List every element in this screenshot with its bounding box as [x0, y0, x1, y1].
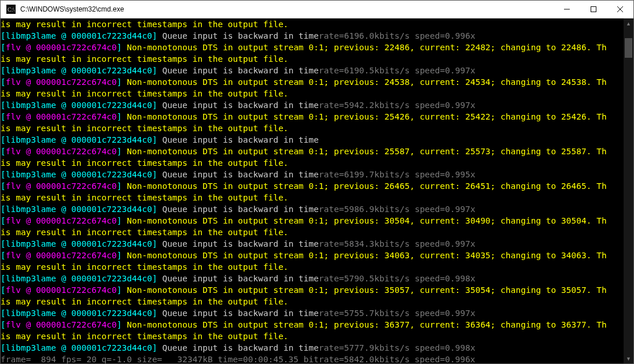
log-line: [flv @ 000001c722c674c0] Non-monotonous … [1, 250, 624, 261]
svg-rect-3 [591, 7, 596, 12]
log-line: [libmp3lame @ 000001c7223d44c0] Queue in… [1, 65, 624, 76]
log-line: [flv @ 000001c722c674c0] Non-monotonous … [1, 284, 624, 296]
scroll-track[interactable] [624, 28, 633, 354]
log-line: is may result in incorrect timestamps in… [1, 296, 624, 307]
scrollbar[interactable]: ▲ ▼ [624, 18, 633, 363]
log-line: is may result in incorrect timestamps in… [1, 192, 624, 203]
log-line: [libmp3lame @ 000001c7223d44c0] Queue in… [1, 203, 624, 215]
log-line: [libmp3lame @ 000001c7223d44c0] Queue in… [1, 342, 624, 354]
status-line: frame= 894 fps= 20 q=-1.0 size= 32347kB … [1, 354, 624, 363]
terminal-output[interactable]: is may result in incorrect timestamps in… [1, 18, 624, 363]
scroll-thumb[interactable] [625, 38, 632, 58]
log-line: [flv @ 000001c722c674c0] Non-monotonous … [1, 319, 624, 330]
log-line: [flv @ 000001c722c674c0] Non-monotonous … [1, 215, 624, 226]
cmd-icon: C:\ [5, 3, 17, 15]
client-area: is may result in incorrect timestamps in… [1, 18, 633, 363]
log-line: [libmp3lame @ 000001c7223d44c0] Queue in… [1, 169, 624, 180]
titlebar[interactable]: C:\ C:\WINDOWS\system32\cmd.exe [1, 1, 633, 18]
log-line: is may result in incorrect timestamps in… [1, 53, 624, 65]
close-button[interactable] [607, 1, 633, 18]
log-line: is may result in incorrect timestamps in… [1, 261, 624, 273]
log-line: is may result in incorrect timestamps in… [1, 18, 624, 30]
minimize-button[interactable] [554, 1, 580, 18]
window-title: C:\WINDOWS\system32\cmd.exe [20, 5, 124, 13]
log-line: [libmp3lame @ 000001c7223d44c0] Queue in… [1, 99, 624, 111]
svg-text:C:\: C:\ [8, 6, 14, 13]
log-line: is may result in incorrect timestamps in… [1, 226, 624, 238]
log-line: [flv @ 000001c722c674c0] Non-monotonous … [1, 42, 624, 53]
log-line: is may result in incorrect timestamps in… [1, 157, 624, 169]
maximize-button[interactable] [580, 1, 607, 18]
scroll-down-button[interactable]: ▼ [624, 354, 633, 363]
log-line: [flv @ 000001c722c674c0] Non-monotonous … [1, 146, 624, 157]
cmd-window: C:\ C:\WINDOWS\system32\cmd.exe is may r… [0, 0, 634, 364]
log-line: [libmp3lame @ 000001c7223d44c0] Queue in… [1, 307, 624, 319]
scroll-up-button[interactable]: ▲ [624, 18, 633, 28]
log-line: [libmp3lame @ 000001c7223d44c0] Queue in… [1, 30, 624, 42]
log-line: [flv @ 000001c722c674c0] Non-monotonous … [1, 111, 624, 122]
log-line: [libmp3lame @ 000001c7223d44c0] Queue in… [1, 134, 624, 146]
log-line: [libmp3lame @ 000001c7223d44c0] Queue in… [1, 273, 624, 284]
log-line: [flv @ 000001c722c674c0] Non-monotonous … [1, 76, 624, 88]
log-line: is may result in incorrect timestamps in… [1, 330, 624, 342]
log-line: is may result in incorrect timestamps in… [1, 88, 624, 99]
log-line: is may result in incorrect timestamps in… [1, 122, 624, 134]
log-line: [libmp3lame @ 000001c7223d44c0] Queue in… [1, 238, 624, 250]
log-line: [flv @ 000001c722c674c0] Non-monotonous … [1, 180, 624, 192]
